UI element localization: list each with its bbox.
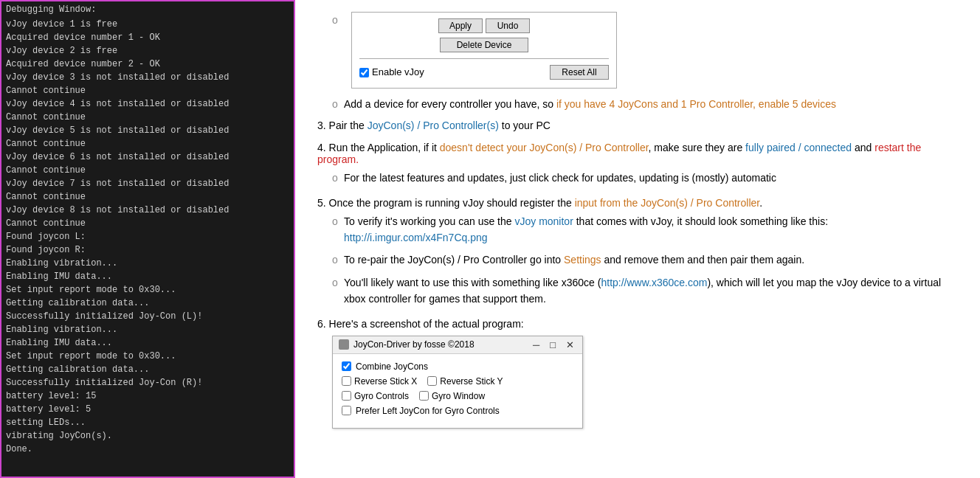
debug-line: battery level: 15 — [6, 389, 289, 403]
debug-line: Set input report mode to 0x30... — [6, 350, 289, 363]
debug-line: Getting calibration data... — [6, 297, 289, 310]
app-titlebar: JoyCon-Driver by fosse ©2018 ─ □ ✕ — [333, 336, 582, 354]
debug-lines: vJoy device 1 is freeAcquired device num… — [6, 18, 289, 456]
combine-joyCons-label: Combine JoyCons — [356, 361, 428, 372]
reverse-stick-y-label: Reverse Stick Y — [440, 376, 503, 387]
enable-vjoy-label[interactable]: Enable vJoy — [359, 65, 424, 80]
vjoy-config-section: Apply Undo Delete Device Enable vJoy Res… — [317, 12, 958, 112]
combine-joyCons-checkbox[interactable] — [342, 361, 351, 371]
combine-joyCons-row: Combine JoyCons — [342, 361, 573, 372]
debug-line: Getting calibration data... — [6, 363, 289, 376]
debug-line: vJoy device 1 is free — [6, 18, 289, 31]
debug-line: Cannot continue — [6, 137, 289, 150]
enable-vjoy-checkbox[interactable] — [359, 68, 369, 77]
debug-line: Enabling vibration... — [6, 323, 289, 336]
app-body: Combine JoyCons Reverse Stick X Reverse … — [333, 354, 582, 428]
gyro-row: Gyro Controls Gyro Window — [342, 391, 573, 401]
debug-line: Successfully initialized Joy-Con (L)! — [6, 310, 289, 323]
imgur-link[interactable]: http://i.imgur.com/x4Fn7Cq.png — [344, 232, 488, 243]
debug-line: Cannot continue — [6, 164, 289, 177]
debug-line: vJoy device 7 is not installed or disabl… — [6, 177, 289, 190]
debug-line: Cannot continue — [6, 84, 289, 97]
delete-device-button[interactable]: Delete Device — [440, 38, 528, 52]
debug-line: Acquired device number 2 - OK — [6, 58, 289, 71]
debug-line: Found joycon L: — [6, 230, 289, 243]
debug-line: Cannot continue — [6, 111, 289, 124]
gyro-controls-label: Gyro Controls — [354, 391, 409, 401]
maximize-button[interactable]: □ — [548, 339, 558, 350]
debug-line: Found joycon R: — [6, 243, 289, 257]
step4-main: 4. Run the Application, if it doesn't de… — [317, 142, 958, 165]
debug-line: Enabling IMU data... — [6, 336, 289, 350]
debug-line: vJoy device 3 is not installed or disabl… — [6, 71, 289, 84]
debug-title: Debugging Window: — [6, 4, 289, 15]
step4-sub1: For the latest features and updates, jus… — [332, 170, 958, 186]
debug-line: vJoy device 4 is not installed or disabl… — [6, 97, 289, 111]
reverse-stick-x-checkbox[interactable] — [342, 376, 351, 386]
step5-sub1: To verify it's working you can use the v… — [332, 213, 958, 246]
app-window-icon — [339, 339, 349, 350]
window-controls: ─ □ ✕ — [531, 339, 576, 350]
prefer-left-label: Prefer Left JoyCon for Gyro Controls — [356, 406, 500, 416]
undo-button[interactable]: Undo — [486, 18, 530, 33]
app-screenshot: JoyCon-Driver by fosse ©2018 ─ □ ✕ Combi… — [332, 336, 583, 429]
step3-text: 3. Pair the JoyCon(s) / Pro Controller(s… — [317, 119, 551, 131]
reverse-stick-y-checkbox[interactable] — [427, 376, 437, 386]
debug-line: vJoy device 5 is not installed or disabl… — [6, 124, 289, 137]
gyro-window-label: Gyro Window — [432, 391, 485, 401]
prefer-left-row: Prefer Left JoyCon for Gyro Controls — [342, 406, 573, 416]
gyro-controls-checkbox[interactable] — [342, 391, 351, 401]
debug-line: Enabling vibration... — [6, 257, 289, 270]
prefer-left-checkbox[interactable] — [342, 406, 351, 415]
gyro-window-checkbox[interactable] — [419, 391, 429, 401]
step4-section: 4. Run the Application, if it doesn't de… — [317, 142, 958, 186]
debug-line: Set input report mode to 0x30... — [6, 283, 289, 297]
debug-line: Enabling IMU data... — [6, 270, 289, 283]
debug-line: vJoy device 6 is not installed or disabl… — [6, 150, 289, 164]
debug-line: Acquired device number 1 - OK — [6, 31, 289, 44]
step5-section: 5. Once the program is running vJoy shou… — [317, 197, 958, 308]
debug-line: Done. — [6, 443, 289, 456]
step5-sub3: You'll likely want to use this with some… — [332, 274, 958, 308]
step5-sub2: To re-pair the JoyCon(s) / Pro Controlle… — [332, 252, 958, 268]
debug-panel: Debugging Window: vJoy device 1 is freeA… — [0, 0, 295, 478]
apply-button[interactable]: Apply — [438, 18, 483, 33]
add-device-instruction: Add a device for every controller you ha… — [332, 96, 958, 112]
debug-line: setting LEDs... — [6, 416, 289, 429]
reverse-sticks-row: Reverse Stick X Reverse Stick Y — [342, 376, 573, 387]
x360ce-link[interactable]: http://www.x360ce.com — [601, 277, 707, 288]
step6-section: 6. Here's a screenshot of the actual pro… — [317, 318, 958, 429]
content-panel[interactable]: Apply Undo Delete Device Enable vJoy Res… — [295, 0, 980, 478]
minimize-button[interactable]: ─ — [531, 339, 542, 350]
debug-line: Cannot continue — [6, 217, 289, 230]
vjoy-config-box: Apply Undo Delete Device Enable vJoy Res… — [351, 12, 617, 89]
app-title: JoyCon-Driver by fosse ©2018 — [353, 339, 475, 350]
reverse-stick-x-label: Reverse Stick X — [354, 376, 417, 387]
debug-line: vibrating JoyCon(s). — [6, 429, 289, 443]
step6-main: 6. Here's a screenshot of the actual pro… — [317, 318, 958, 330]
vjoy-config-list-item: Apply Undo Delete Device Enable vJoy Res… — [332, 12, 958, 89]
step3-section: 3. Pair the JoyCon(s) / Pro Controller(s… — [317, 119, 958, 131]
debug-line: battery level: 5 — [6, 403, 289, 416]
close-button[interactable]: ✕ — [564, 339, 576, 350]
debug-line: Cannot continue — [6, 190, 289, 204]
debug-line: vJoy device 2 is free — [6, 44, 289, 58]
reset-all-button[interactable]: Reset All — [550, 65, 609, 80]
step5-main: 5. Once the program is running vJoy shou… — [317, 197, 958, 209]
debug-line: Successfully initialized Joy-Con (R)! — [6, 376, 289, 389]
debug-line: vJoy device 8 is not installed or disabl… — [6, 204, 289, 217]
